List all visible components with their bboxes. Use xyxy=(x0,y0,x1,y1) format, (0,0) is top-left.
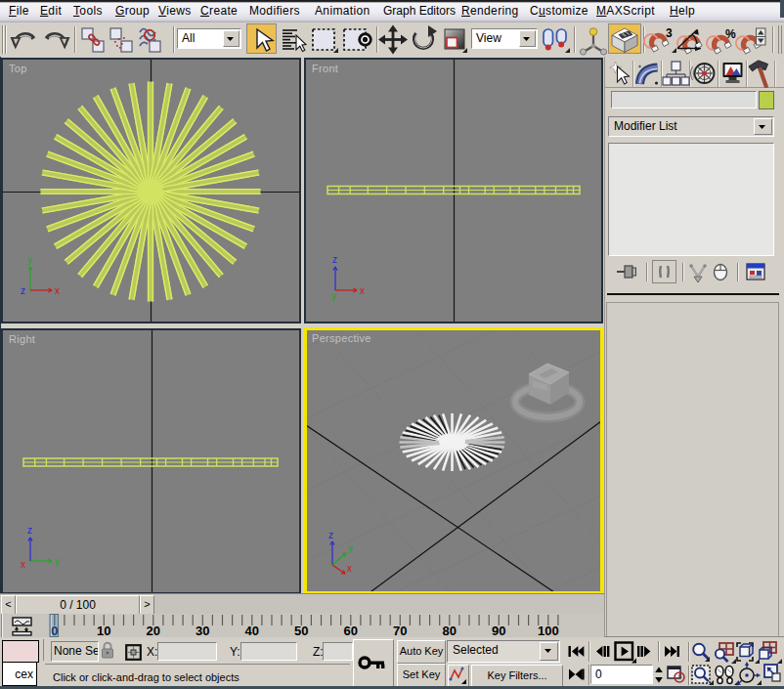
svg-text:x: x xyxy=(347,563,352,574)
svg-text:z: z xyxy=(328,530,333,540)
svg-text:z: z xyxy=(332,254,337,265)
svg-text:y: y xyxy=(348,542,353,553)
svg-text:3: 3 xyxy=(666,26,673,40)
svg-text:x: x xyxy=(21,559,25,570)
svg-text:z: z xyxy=(27,525,32,536)
svg-text:40: 40 xyxy=(245,624,259,637)
svg-text:0: 0 xyxy=(51,624,58,637)
svg-text:50: 50 xyxy=(294,624,308,637)
svg-text:90: 90 xyxy=(492,624,505,637)
svg-text:10: 10 xyxy=(97,624,110,637)
svg-text:80: 80 xyxy=(443,624,457,637)
svg-text:y: y xyxy=(331,290,336,301)
svg-text:20: 20 xyxy=(147,624,160,637)
svg-text:70: 70 xyxy=(393,624,407,637)
svg-text:x: x xyxy=(55,285,60,296)
svg-text:y: y xyxy=(55,556,60,567)
svg-text:30: 30 xyxy=(196,624,209,637)
svg-text:60: 60 xyxy=(344,624,358,637)
svg-text:x: x xyxy=(360,285,365,296)
svg-text:100: 100 xyxy=(538,624,559,637)
svg-text:y: y xyxy=(27,254,32,265)
svg-text:%: % xyxy=(725,27,736,41)
svg-text:z: z xyxy=(21,285,25,296)
